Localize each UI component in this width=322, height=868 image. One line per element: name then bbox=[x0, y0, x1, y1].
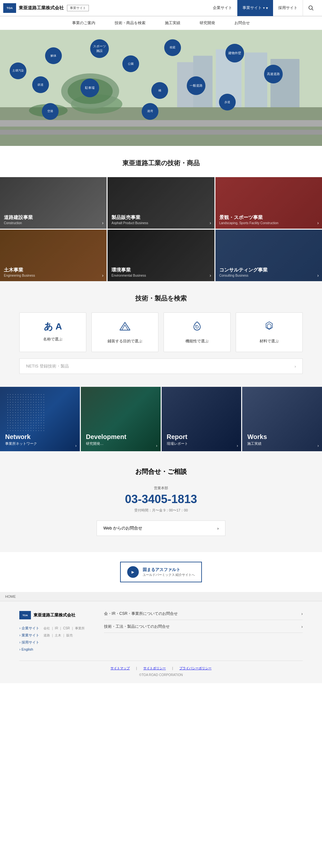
contact-title: お問合せ・ご相談 bbox=[19, 467, 303, 476]
network-card-report[interactable]: Report 現場レポート › bbox=[162, 387, 242, 451]
arrow-icon: › bbox=[317, 273, 319, 278]
network-card-works[interactable]: Works 施工実績 › bbox=[242, 387, 322, 451]
netis-button[interactable]: NETIS 登録技術・製品 › bbox=[19, 359, 303, 374]
search-by-function[interactable]: 機能性で選ぶ bbox=[164, 312, 230, 352]
bubble-sidewalk[interactable]: 歩道 bbox=[219, 94, 236, 111]
arrow-icon: › bbox=[210, 220, 211, 225]
network-card-network[interactable]: Network 事業所ネットワーク › bbox=[0, 387, 80, 451]
arrow-icon: › bbox=[102, 220, 104, 225]
footer-logo-icon: TOA bbox=[19, 611, 31, 619]
bubble-bridge[interactable]: 橋 bbox=[151, 82, 168, 99]
svg-line-17 bbox=[195, 325, 196, 326]
nav-about[interactable]: 事業のご案内 bbox=[72, 20, 95, 26]
bubble-soil[interactable]: 土壌汚染 bbox=[10, 62, 26, 79]
footer-inquiry-company[interactable]: 会・IR・CSR・事業所についてのお問合せ › bbox=[104, 611, 303, 620]
business-card-env[interactable]: 環境事業 Environmental Business › bbox=[107, 230, 214, 281]
site-badge: 事業サイト bbox=[67, 5, 89, 11]
svg-marker-18 bbox=[266, 322, 272, 330]
top-nav: 事業のご案内 技術・商品を検索 施工実績 研究開発 お問合せ bbox=[0, 17, 322, 30]
copyright: ©TOA ROAD CORPORATION bbox=[19, 671, 303, 677]
bubble-schoolyard[interactable]: 校庭 bbox=[164, 39, 181, 56]
svg-rect-9 bbox=[0, 120, 322, 127]
web-contact-button[interactable]: Web からのお問合せ › bbox=[97, 521, 225, 536]
site-policy-link[interactable]: サイトポリシー bbox=[143, 666, 166, 671]
footer-left: TOA 東亜道路工業株式会社 › 企業サイト 会社 ｜ IR ｜ CSR ｜ 事… bbox=[19, 611, 85, 653]
business-card-landscape[interactable]: 景観・スポーツ事業 Landscaping, Sports Facility C… bbox=[216, 177, 322, 229]
svg-rect-5 bbox=[245, 53, 267, 114]
search-section: 技術・製品を検索 あ A 名称で選ぶ 鋪装する目的で選ぶ bbox=[0, 281, 322, 387]
search-by-purpose[interactable]: 鋪装する目的で選ぶ bbox=[92, 312, 158, 352]
arrow-icon: › bbox=[156, 443, 157, 448]
footer-link-english[interactable]: › English bbox=[19, 647, 33, 651]
nav-corporate[interactable]: 企業サイト bbox=[208, 0, 237, 16]
bubble-demolish[interactable]: 解体 bbox=[45, 48, 62, 64]
business-card-consulting[interactable]: コンサルティング事業 Consulting Business › bbox=[216, 230, 322, 281]
bubble-airport[interactable]: 空港 bbox=[42, 103, 59, 120]
asphalt-banner[interactable]: ► 固まるアスファルト ユールドパーミックス 紹介サイトへ bbox=[120, 562, 202, 582]
bubble-general-road[interactable]: 一般道路 bbox=[187, 76, 205, 95]
footer-links: › 企業サイト 会社 ｜ IR ｜ CSR ｜ 事業所 › 業業サイト 道路 ｜… bbox=[19, 624, 85, 653]
banner-section: ► 固まるアスファルト ユールドパーミックス 紹介サイトへ bbox=[0, 552, 322, 592]
svg-marker-19 bbox=[267, 324, 271, 329]
search-by-name[interactable]: あ A 名称で選ぶ bbox=[19, 312, 86, 352]
sitemap-link[interactable]: サイトマップ bbox=[110, 666, 130, 671]
phone-number: 03-3405-1813 bbox=[19, 492, 303, 506]
city-image: 土壌汚染 解体 スポーツ施設 校庭 建物外壁 公園 鉄道 駐車場 橋 一般道路 … bbox=[0, 30, 322, 146]
footer-link-recruit[interactable]: › 採用サイト bbox=[19, 640, 39, 644]
business-card-civil[interactable]: 土木事業 Engineering Business › bbox=[0, 230, 106, 281]
contact-hours: 受付時間：月〜金 9：00〜17：00 bbox=[19, 508, 303, 513]
arrow-icon: › bbox=[102, 273, 104, 278]
bubble-highway[interactable]: 高速道路 bbox=[264, 65, 283, 84]
footer-logo: TOA 東亜道路工業株式会社 bbox=[19, 611, 85, 619]
bubble-harbor[interactable]: 港湾 bbox=[142, 103, 158, 120]
business-card-road[interactable]: 道路建設事業 Construction › bbox=[0, 177, 106, 229]
bubble-railway[interactable]: 鉄道 bbox=[32, 76, 49, 93]
material-icon bbox=[241, 320, 297, 335]
header-nav: 企業サイト 事業サイト ▾ 採用サイト bbox=[208, 0, 319, 16]
search-title: 技術・製品を検索 bbox=[19, 294, 303, 303]
bubble-sports[interactable]: スポーツ施設 bbox=[90, 39, 109, 58]
bubble-park[interactable]: 公園 bbox=[122, 55, 139, 72]
search-cards: あ A 名称で選ぶ 鋪装する目的で選ぶ 機 bbox=[19, 312, 303, 352]
nav-works[interactable]: 施工実績 bbox=[165, 20, 180, 26]
name-icon: あ A bbox=[25, 320, 81, 333]
logo-icon: TOA bbox=[3, 3, 16, 13]
arrow-icon: › bbox=[318, 443, 319, 448]
network-grid: Network 事業所ネットワーク › Development 研究開発… › … bbox=[0, 387, 322, 451]
svg-line-1 bbox=[312, 9, 313, 10]
nav-contact[interactable]: お問合せ bbox=[234, 20, 250, 26]
arrow-icon: › bbox=[317, 220, 319, 225]
nav-research[interactable]: 研究開発 bbox=[200, 20, 215, 26]
contact-section: お問合せ・ご相談 営業本部 03-3405-1813 受付時間：月〜金 9：00… bbox=[0, 451, 322, 552]
footer-right: 会・IR・CSR・事業所についてのお問合せ › 技術・工法・製品についてのお問合… bbox=[104, 611, 303, 653]
footer-link-business[interactable]: › 業業サイト bbox=[19, 633, 39, 637]
footer: TOA 東亜道路工業株式会社 › 企業サイト 会社 ｜ IR ｜ CSR ｜ 事… bbox=[0, 601, 322, 683]
company-name: 東亜道路工業株式会社 bbox=[19, 5, 64, 11]
logo: TOA 東亜道路工業株式会社 bbox=[3, 3, 64, 13]
privacy-policy-link[interactable]: プライバシーポリシー bbox=[179, 666, 212, 671]
nav-search[interactable]: 技術・商品を検索 bbox=[115, 20, 146, 26]
purpose-icon bbox=[97, 320, 153, 335]
footer-top: TOA 東亜道路工業株式会社 › 企業サイト 会社 ｜ IR ｜ CSR ｜ 事… bbox=[19, 611, 303, 653]
search-by-material[interactable]: 材料で選ぶ bbox=[236, 312, 303, 352]
business-card-product[interactable]: 製品販売事業 Asphalt Product Business › bbox=[107, 177, 214, 229]
search-button[interactable] bbox=[303, 0, 319, 16]
search-icon bbox=[308, 5, 314, 11]
svg-rect-10 bbox=[0, 130, 322, 135]
nav-recruit[interactable]: 採用サイト bbox=[273, 0, 303, 16]
header: TOA 東亜道路工業株式会社 事業サイト 企業サイト 事業サイト ▾ 採用サイト bbox=[0, 0, 322, 16]
section1-title: 東亜道路工業の技術・商品 bbox=[0, 146, 322, 177]
nav-business[interactable]: 事業サイト ▾ bbox=[237, 0, 273, 16]
network-card-dev[interactable]: Development 研究開発… › bbox=[81, 387, 161, 451]
arrow-icon: › bbox=[237, 443, 238, 448]
svg-point-0 bbox=[309, 6, 312, 9]
hero-section: 土壌汚染 解体 スポーツ施設 校庭 建物外壁 公園 鉄道 駐車場 橋 一般道路 … bbox=[0, 30, 322, 146]
footer-bottom: サイトマップ ｜ サイトポリシー ｜ プライバシーポリシー bbox=[19, 660, 303, 671]
arrow-icon: › bbox=[210, 273, 211, 278]
footer-inquiry-tech[interactable]: 技術・工法・製品についてのお問合せ › bbox=[104, 624, 303, 633]
bubble-parking[interactable]: 駐車場 bbox=[80, 79, 99, 97]
arrow-icon: › bbox=[75, 443, 77, 448]
bubble-exterior[interactable]: 建物外壁 bbox=[225, 44, 244, 62]
footer-link-corporate[interactable]: › 企業サイト bbox=[19, 626, 39, 630]
function-icon bbox=[169, 320, 225, 335]
